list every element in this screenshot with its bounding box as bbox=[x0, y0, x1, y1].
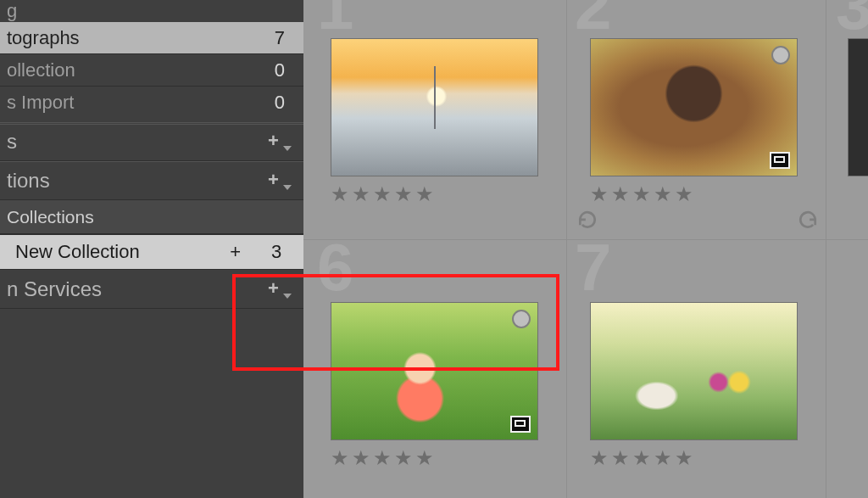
folders-header-label: s bbox=[7, 130, 17, 154]
rating-stars[interactable]: ★★★★★ bbox=[331, 182, 437, 206]
catalog-item-label: s Import bbox=[7, 92, 74, 114]
rating-stars[interactable]: ★★★★★ bbox=[590, 446, 696, 470]
collections-header-label: tions bbox=[7, 169, 50, 193]
rating-stars[interactable]: ★★★★★ bbox=[590, 182, 696, 206]
rotate-right-icon[interactable] bbox=[797, 210, 819, 232]
catalog-item-label: ollection bbox=[7, 59, 75, 81]
add-collection-icon[interactable] bbox=[268, 172, 285, 189]
collection-new-collection[interactable]: New Collection + 3 bbox=[0, 235, 303, 269]
grid-separator bbox=[826, 0, 826, 498]
flag-marker-icon[interactable] bbox=[771, 46, 790, 64]
cell-index-6: 6 bbox=[317, 229, 350, 306]
thumbnail-cell-1[interactable] bbox=[331, 38, 538, 176]
stack-badge-icon[interactable] bbox=[770, 152, 790, 169]
catalog-item-count: 0 bbox=[261, 92, 285, 114]
grid-separator bbox=[566, 0, 567, 498]
rotate-left-icon[interactable] bbox=[576, 210, 598, 232]
sidebar-top-stub: g bbox=[0, 0, 303, 22]
catalog-item-count: 7 bbox=[261, 27, 285, 49]
thumbnail-image bbox=[331, 39, 537, 176]
publish-services-header[interactable]: n Services bbox=[0, 270, 303, 309]
flag-marker-icon[interactable] bbox=[512, 310, 531, 328]
rating-stars[interactable]: ★★★★★ bbox=[331, 446, 437, 470]
thumbnail-cell-2[interactable] bbox=[590, 38, 798, 176]
catalog-item-count: 0 bbox=[261, 59, 285, 81]
cell-index-7: 7 bbox=[575, 229, 608, 306]
collection-label: New Collection bbox=[0, 241, 221, 263]
smart-collections-label: Collections bbox=[7, 207, 94, 227]
publish-services-label: n Services bbox=[7, 277, 102, 301]
folders-panel-header[interactable]: s bbox=[0, 122, 303, 161]
library-grid: 1 2 3 6 7 ★★★★★ ★★★★★ ★★★★★ ★★★★★ bbox=[303, 0, 868, 498]
thumbnail-image bbox=[591, 303, 797, 439]
catalog-item-label: tographs bbox=[7, 27, 80, 49]
thumbnail-cell-3[interactable] bbox=[848, 38, 868, 176]
catalog-sidebar: g tographs 7 ollection 0 s Import 0 s ti… bbox=[0, 0, 303, 498]
catalog-item-previmport[interactable]: s Import 0 bbox=[0, 87, 303, 119]
smart-collections-header[interactable]: Collections bbox=[0, 200, 303, 234]
target-collection-plus-icon: + bbox=[221, 241, 249, 263]
catalog-item-quickcollection[interactable]: ollection 0 bbox=[0, 54, 303, 87]
grid-separator bbox=[303, 239, 868, 240]
panel-divider bbox=[0, 124, 303, 125]
thumbnail-cell-7[interactable] bbox=[590, 302, 798, 440]
add-folder-icon[interactable] bbox=[268, 133, 285, 150]
thumbnail-image bbox=[331, 303, 537, 439]
stack-badge-icon[interactable] bbox=[510, 416, 531, 433]
thumbnail-cell-6[interactable] bbox=[331, 302, 538, 440]
catalog-item-photographs[interactable]: tographs 7 bbox=[0, 22, 303, 54]
thumbnail-image bbox=[591, 39, 797, 176]
collection-count: 3 bbox=[249, 235, 303, 269]
collections-panel-header[interactable]: tions bbox=[0, 161, 303, 200]
add-publish-service-icon[interactable] bbox=[268, 281, 285, 298]
sidebar-top-stub-label: g bbox=[7, 0, 17, 22]
